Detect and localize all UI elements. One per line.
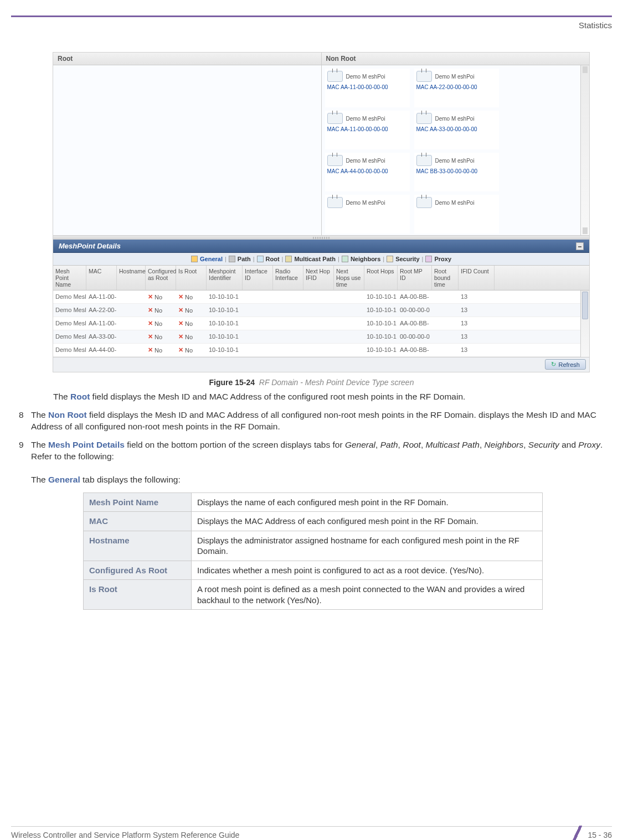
- column-header[interactable]: Interface ID: [243, 266, 273, 290]
- details-grid: Mesh Point NameMACHostnameConfigured as …: [53, 266, 589, 372]
- meshpoint-icon: [327, 113, 343, 124]
- grid-header: Mesh Point NameMACHostnameConfigured as …: [53, 266, 589, 291]
- table-row[interactable]: Demo MeslAA-11-00-NoNo10-10-10-110-10-10…: [53, 291, 589, 304]
- column-header[interactable]: Is Root: [176, 266, 207, 290]
- figure-text: RF Domain - Mesh Point Device Type scree…: [259, 378, 414, 387]
- security-icon: [387, 256, 393, 262]
- footer-guide: Wireless Controller and Service Platform…: [11, 831, 239, 839]
- meshpoint-icon: [416, 113, 432, 124]
- section-header: Statistics: [11, 20, 612, 30]
- column-header[interactable]: Root MP ID: [398, 266, 432, 290]
- nonroot-pane: Non Root Demo M eshPoiMAC AA-11-00-00-00…: [322, 53, 590, 235]
- definition-desc: Indicates whether a mesh point is config…: [192, 561, 543, 580]
- meshpoint-card[interactable]: Demo M eshPoiMAC AA-11-00-00-00-00: [325, 111, 410, 149]
- meshpoint-icon: [327, 71, 343, 82]
- splitter[interactable]: [53, 235, 589, 240]
- definition-desc: Displays the MAC Address of each configu…: [192, 512, 543, 531]
- general-icon: [191, 256, 198, 262]
- collapse-icon[interactable]: [576, 242, 584, 250]
- tab-neighbors[interactable]: Neighbors: [342, 256, 380, 262]
- column-header[interactable]: Meshpoint Identifier: [207, 266, 243, 290]
- nonroot-pane-title: Non Root: [322, 53, 590, 65]
- column-header[interactable]: Root bound time: [432, 266, 459, 290]
- meshpoint-icon: [327, 197, 343, 208]
- grid-body: Demo MeslAA-11-00-NoNo10-10-10-110-10-10…: [53, 291, 589, 357]
- meshpoint-card[interactable]: Demo M eshPoiMAC BB-33-00-00-00-00: [414, 153, 499, 191]
- meshpoint-name: Demo M eshPoi: [346, 74, 385, 80]
- definition-row: Is RootA root mesh point is defined as a…: [84, 580, 543, 610]
- figure-caption: Figure 15-24 RF Domain - Mesh Point Devi…: [11, 378, 612, 387]
- scroll-thumb[interactable]: [582, 292, 588, 319]
- figure-label: Figure 15-24: [209, 378, 255, 387]
- para-root-field: The Root field displays the Mesh ID and …: [53, 391, 610, 403]
- refresh-button[interactable]: Refresh: [545, 359, 586, 370]
- multicast-icon: [285, 256, 292, 262]
- details-title: MeshPoint Details: [59, 242, 121, 250]
- footer-page: 15 - 36: [588, 831, 612, 839]
- page-footer: Wireless Controller and Service Platform…: [11, 826, 612, 840]
- general-definitions-table: Mesh Point NameDisplays the name of each…: [83, 492, 543, 610]
- root-icon: [257, 256, 264, 262]
- definition-row: Mesh Point NameDisplays the name of each…: [84, 492, 543, 512]
- grid-scrollbar[interactable]: [580, 291, 589, 357]
- tab-path[interactable]: Path: [229, 256, 251, 262]
- neighbors-icon: [342, 256, 348, 262]
- step-8: 8 The Non Root field displays the Mesh I…: [19, 409, 611, 433]
- meshpoint-icon: [416, 155, 432, 166]
- tab-root[interactable]: Root: [257, 256, 280, 262]
- meshpoint-icon: [416, 197, 432, 208]
- meshpoint-name: Demo M eshPoi: [435, 74, 475, 80]
- meshpoint-card[interactable]: Demo M eshPoi: [414, 195, 499, 234]
- table-row[interactable]: Demo MeslAA-11-00-NoNo10-10-10-110-10-10…: [53, 317, 589, 330]
- meshpoint-card[interactable]: Demo M eshPoiMAC AA-11-00-00-00-00: [325, 69, 410, 107]
- root-pane-body: [53, 65, 321, 235]
- definition-term: Mesh Point Name: [84, 492, 192, 512]
- details-tabs: General | Path | Root | Multicast Path |…: [53, 253, 589, 266]
- column-header[interactable]: Next Hops use time: [334, 266, 364, 290]
- meshpoint-name: Demo M eshPoi: [346, 116, 385, 122]
- proxy-icon: [425, 256, 432, 262]
- meshpoint-name: Demo M eshPoi: [346, 158, 385, 164]
- meshpoint-mac: MAC AA-33-00-00-00-00: [416, 126, 497, 132]
- meshpoint-mac: MAC AA-44-00-00-00-00: [327, 168, 408, 174]
- table-row[interactable]: Demo MeslAA-44-00-NoNo10-10-10-110-10-10…: [53, 344, 589, 357]
- column-header[interactable]: Configured as Root: [146, 266, 176, 290]
- meshpoint-card[interactable]: Demo M eshPoi: [325, 195, 410, 234]
- definition-desc: Displays the name of each configured mes…: [192, 492, 543, 512]
- meshpoint-name: Demo M eshPoi: [435, 116, 475, 122]
- path-icon: [229, 256, 235, 262]
- meshpoint-card[interactable]: Demo M eshPoiMAC AA-22-00-00-00-00: [414, 69, 499, 107]
- meshpoint-name: Demo M eshPoi: [435, 158, 475, 164]
- column-header[interactable]: Next Hop IFID: [303, 266, 334, 290]
- column-header[interactable]: MAC: [86, 266, 117, 290]
- step-9: 9 The Mesh Point Details field on the bo…: [19, 439, 611, 486]
- header-rule: [11, 15, 612, 17]
- meshpoint-mac: MAC AA-22-00-00-00-00: [416, 84, 497, 90]
- definition-row: Configured As RootIndicates whether a me…: [84, 561, 543, 580]
- meshpoint-icon: [416, 71, 432, 82]
- scrollbar[interactable]: [580, 65, 589, 235]
- tab-general[interactable]: General: [191, 256, 223, 262]
- definition-row: HostnameDisplays the administrator assig…: [84, 531, 543, 561]
- meshpoint-name: Demo M eshPoi: [435, 200, 475, 206]
- tab-security[interactable]: Security: [387, 256, 419, 262]
- table-row[interactable]: Demo MeslAA-22-00-NoNo10-10-10-110-10-10…: [53, 304, 589, 317]
- table-row[interactable]: Demo MeslAA-33-00-NoNo10-10-10-110-10-10…: [53, 330, 589, 344]
- meshpoint-mac: MAC BB-33-00-00-00-00: [416, 168, 497, 174]
- meshpoint-mac: MAC AA-11-00-00-00-00: [327, 126, 408, 132]
- meshpoint-card[interactable]: Demo M eshPoiMAC AA-44-00-00-00-00: [325, 153, 410, 191]
- column-header[interactable]: Hostname: [117, 266, 146, 290]
- definition-term: Is Root: [84, 580, 192, 610]
- root-pane-title: Root: [53, 53, 321, 65]
- column-header[interactable]: Radio Interface: [273, 266, 303, 290]
- tab-multicast[interactable]: Multicast Path: [285, 256, 336, 262]
- details-title-bar: MeshPoint Details: [53, 240, 589, 253]
- meshpoint-card[interactable]: Demo M eshPoiMAC AA-33-00-00-00-00: [414, 111, 499, 149]
- column-header[interactable]: Mesh Point Name: [53, 266, 86, 290]
- meshpoint-icon: [327, 155, 343, 166]
- column-header[interactable]: IFID Count: [459, 266, 495, 290]
- column-header[interactable]: Root Hops: [364, 266, 398, 290]
- definition-term: Configured As Root: [84, 561, 192, 580]
- meshpoint-name: Demo M eshPoi: [346, 200, 385, 206]
- tab-proxy[interactable]: Proxy: [425, 256, 451, 262]
